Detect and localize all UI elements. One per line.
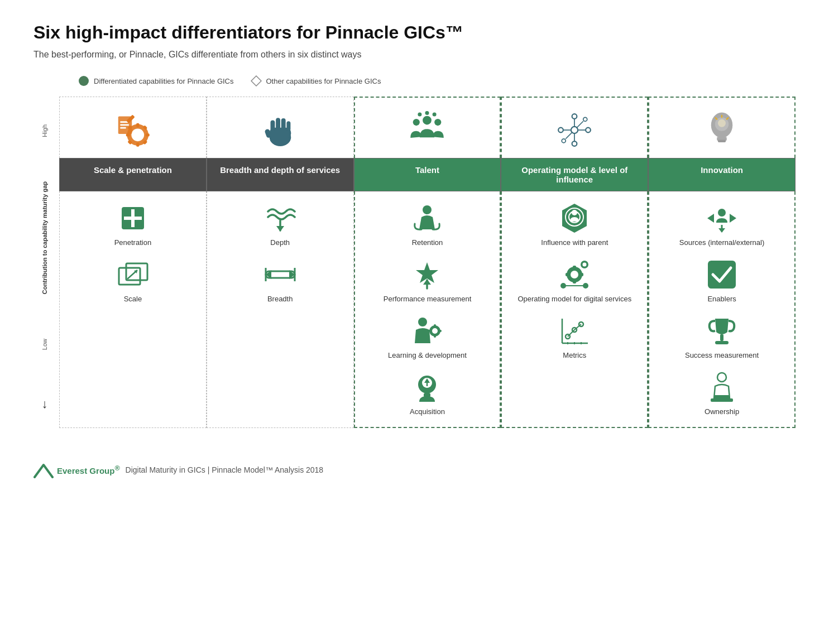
label-metrics: Metrics bbox=[563, 351, 586, 361]
data-grid: Penetration Scale bbox=[59, 191, 796, 428]
icon-operating-model bbox=[501, 97, 648, 158]
svg-point-110 bbox=[718, 209, 726, 217]
svg-point-55 bbox=[137, 209, 142, 214]
footer-description: Digital Maturity in GICs | Pinnacle Mode… bbox=[126, 465, 324, 474]
svg-point-73 bbox=[418, 318, 427, 326]
label-acquisition: Acquisition bbox=[410, 407, 445, 417]
label-influence: Influence with parent bbox=[541, 238, 608, 248]
label-penetration: Penetration bbox=[114, 238, 152, 248]
item-learning: Learning & development bbox=[388, 314, 467, 361]
legend-filled: Differentiated capabilities for Pinnacle… bbox=[78, 75, 234, 86]
svg-line-42 bbox=[566, 132, 573, 139]
svg-line-40 bbox=[577, 121, 583, 128]
svg-rect-76 bbox=[434, 324, 436, 328]
svg-rect-115 bbox=[715, 341, 729, 344]
svg-rect-91 bbox=[573, 266, 576, 270]
icon-row bbox=[59, 97, 796, 158]
svg-rect-94 bbox=[579, 273, 583, 276]
everest-chevron-icon bbox=[33, 462, 54, 478]
item-depth: Depth bbox=[263, 201, 297, 248]
svg-point-32 bbox=[586, 128, 591, 133]
svg-point-90 bbox=[571, 271, 578, 278]
y-arrow-icon: ↓ bbox=[42, 397, 48, 411]
svg-rect-22 bbox=[286, 121, 290, 131]
column-headers: Scale & penetration Breadth and depth of… bbox=[59, 158, 796, 191]
main-wrapper: High Contribution to capability maturity… bbox=[33, 97, 796, 428]
svg-point-88 bbox=[572, 210, 577, 215]
svg-point-31 bbox=[572, 114, 577, 119]
item-enablers: Enablers bbox=[705, 258, 739, 304]
page-title: Six high-impact differentiators for Pinn… bbox=[33, 22, 796, 43]
col-breadth-depth: Depth Breadth bbox=[207, 191, 354, 428]
svg-point-25 bbox=[413, 119, 420, 126]
svg-rect-21 bbox=[281, 118, 285, 129]
svg-marker-63 bbox=[276, 226, 284, 232]
col-talent: Retention Performance measurement bbox=[354, 191, 501, 428]
svg-point-69 bbox=[423, 205, 432, 214]
svg-marker-108 bbox=[707, 214, 714, 223]
label-operating-model-digital: Operating model for digital services bbox=[517, 295, 631, 304]
header-operating: Operating model & level of influence bbox=[501, 158, 648, 191]
label-breadth: Breadth bbox=[267, 295, 293, 304]
icon-talent bbox=[354, 97, 501, 158]
header-talent: Talent bbox=[354, 158, 501, 191]
header-scale: Scale & penetration bbox=[59, 158, 207, 191]
item-penetration: Penetration bbox=[114, 201, 152, 248]
label-enablers: Enablers bbox=[707, 295, 736, 304]
item-retention: Retention bbox=[410, 201, 444, 248]
svg-rect-15 bbox=[120, 127, 126, 128]
everest-logo: Everest Group® bbox=[33, 462, 120, 478]
svg-rect-79 bbox=[438, 330, 442, 332]
svg-point-54 bbox=[124, 209, 128, 214]
svg-point-41 bbox=[562, 139, 566, 143]
svg-rect-118 bbox=[714, 395, 730, 398]
svg-point-0 bbox=[79, 76, 89, 86]
icon-breadth-depth bbox=[207, 97, 354, 158]
header-breadth: Breadth and depth of services bbox=[207, 158, 354, 191]
svg-marker-109 bbox=[730, 214, 736, 223]
item-sources: Sources (internal/external) bbox=[679, 201, 764, 248]
svg-point-28 bbox=[425, 111, 429, 115]
svg-point-98 bbox=[583, 283, 588, 289]
svg-marker-1 bbox=[251, 76, 261, 86]
icon-innovation bbox=[648, 97, 796, 158]
col-operating: Influence with parent bbox=[501, 191, 648, 428]
svg-point-34 bbox=[558, 128, 563, 133]
legend-outline: Other capabilities for Pinnacle GICs bbox=[251, 75, 381, 86]
svg-point-26 bbox=[435, 119, 442, 126]
svg-rect-78 bbox=[428, 330, 432, 332]
svg-rect-4 bbox=[136, 123, 139, 127]
svg-point-27 bbox=[418, 113, 422, 117]
svg-point-75 bbox=[432, 328, 438, 334]
svg-point-97 bbox=[560, 283, 566, 289]
item-acquisition: Acquisition bbox=[410, 371, 445, 417]
svg-point-39 bbox=[583, 117, 587, 121]
y-axis: High Contribution to capability maturity… bbox=[33, 97, 56, 428]
svg-point-56 bbox=[124, 223, 128, 227]
y-low-label: Low bbox=[41, 339, 48, 350]
item-breadth: Breadth bbox=[263, 258, 297, 304]
svg-marker-112 bbox=[718, 228, 725, 233]
label-scale: Scale bbox=[124, 295, 142, 304]
svg-rect-93 bbox=[566, 273, 570, 276]
svg-rect-53 bbox=[124, 217, 142, 220]
legend-row: Differentiated capabilities for Pinnacle… bbox=[33, 75, 796, 86]
col-scale-penetration: Penetration Scale bbox=[59, 191, 207, 428]
svg-rect-5 bbox=[136, 142, 139, 146]
y-mid-label: Contribution to capability maturity gap bbox=[41, 181, 48, 294]
svg-rect-7 bbox=[146, 133, 150, 136]
item-operating-model: Operating model for digital services bbox=[517, 258, 631, 304]
item-success: Success measurement bbox=[685, 314, 759, 361]
svg-point-57 bbox=[137, 223, 142, 227]
svg-rect-45 bbox=[718, 140, 726, 142]
label-sources: Sources (internal/external) bbox=[679, 238, 764, 248]
label-learning: Learning & development bbox=[388, 351, 467, 361]
label-performance: Performance measurement bbox=[384, 295, 472, 304]
grid-wrapper: Scale & penetration Breadth and depth of… bbox=[59, 97, 796, 428]
item-scale: Scale bbox=[116, 258, 150, 304]
y-high-label: High bbox=[41, 124, 48, 137]
subtitle: The best-performing, or Pinnacle, GICs d… bbox=[33, 50, 796, 60]
item-influence: Influence with parent bbox=[541, 201, 608, 248]
item-performance: Performance measurement bbox=[384, 258, 472, 304]
item-ownership: Ownership bbox=[705, 371, 739, 417]
